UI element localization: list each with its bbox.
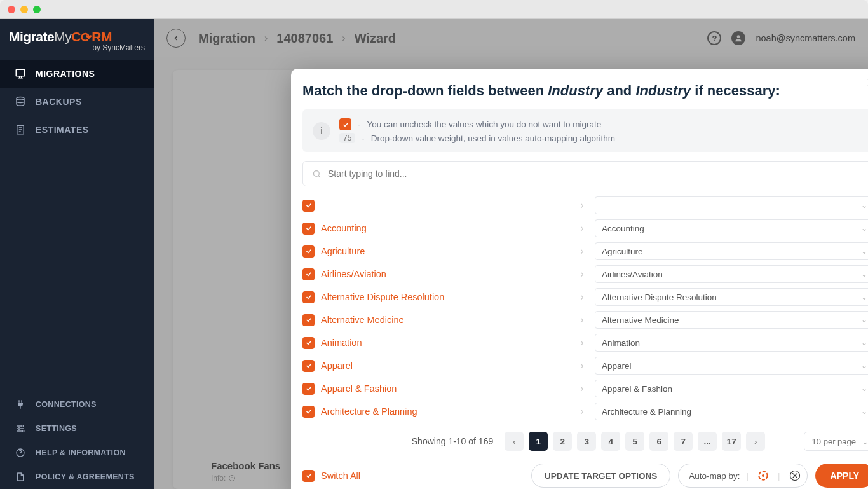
sidebar-label: ESTIMATES [36,125,89,135]
chevron-down-icon: ⌄ [861,315,867,324]
source-value: Animation [321,338,362,348]
dash: - [362,134,365,143]
estimates-icon [14,123,27,136]
target-value: Apparel [602,361,632,371]
chevron-down-icon: ⌄ [861,270,867,279]
sidebar-label: MIGRATIONS [36,69,95,79]
svg-point-16 [762,474,764,477]
target-select[interactable]: Accounting ⌄ [595,219,868,237]
mapping-row: Architecture & Planning › Architecture &… [302,400,868,423]
chevron-right-icon: › [576,291,588,303]
sidebar-item-policy[interactable]: POLICY & AGREEMENTS [0,465,154,489]
chevron-down-icon: ⌄ [861,247,867,256]
chevron-down-icon: ⌄ [861,224,867,233]
svg-point-5 [22,430,24,432]
sidebar-item-settings[interactable]: SETTINGS [0,417,154,441]
example-checkbox [339,118,351,130]
source-value: Architecture & Planning [321,406,417,417]
modal-title: Match the drop-down fields between Indus… [302,69,868,109]
logo-part3: C⟳RM [71,29,112,44]
row-checkbox[interactable] [302,268,315,280]
target-select[interactable]: Architecture & Planning ⌄ [595,403,868,420]
target-select[interactable]: Alternative Dispute Resolution ⌄ [595,288,868,306]
window-min-dot[interactable] [20,6,28,13]
pagination: Showing 1-10 of 169 ‹ 1234567...17 › 10 … [302,432,868,451]
update-target-button[interactable]: UPDATE TARGET OPTIONS [531,464,670,488]
target-select[interactable]: Agriculture ⌄ [595,242,868,260]
logo-part1: Migrate [9,29,54,44]
apply-label: APPLY [831,471,859,481]
weight-badge: 75 [339,133,355,143]
row-checkbox[interactable] [302,245,315,258]
plug-icon [14,398,27,411]
pager-prev[interactable]: ‹ [505,432,524,451]
sidebar-label: HELP & INFORMATION [36,448,126,457]
title-em1: Industry [548,83,603,99]
row-checkbox[interactable] [302,223,315,235]
target-value: Agriculture [602,247,643,256]
automap-trujay-icon[interactable] [755,467,771,484]
sidebar-label: SETTINGS [36,424,77,433]
row-checkbox[interactable] [302,360,315,372]
pager-page-6[interactable]: 6 [649,432,668,451]
sidebar-item-migrations[interactable]: MIGRATIONS [0,60,154,88]
chevron-down-icon: ⌄ [861,407,867,416]
pager-next[interactable]: › [746,432,765,451]
logo: MigrateMyC⟳RM by SyncMatters [0,19,154,60]
pager-page-3[interactable]: 3 [577,432,596,451]
target-select[interactable]: ⌄ [595,196,868,214]
target-select[interactable]: Alternative Medicine ⌄ [595,311,868,329]
row-checkbox[interactable] [302,337,315,349]
target-select[interactable]: Airlines/Aviation ⌄ [595,265,868,283]
dash: - [358,120,361,129]
switch-all[interactable]: Switch All [302,470,360,482]
chevron-right-icon: › [576,337,588,348]
sidebar-item-help[interactable]: HELP & INFORMATION [0,441,154,465]
pager-page-4[interactable]: 4 [601,432,620,451]
source-value: Agriculture [321,246,365,256]
row-checkbox[interactable] [302,200,315,212]
pager-page-2[interactable]: 2 [553,432,572,451]
mapping-row: Airlines/Aviation › Airlines/Aviation ⌄ [302,263,868,286]
row-checkbox[interactable] [302,314,315,326]
target-select[interactable]: Apparel ⌄ [595,357,868,375]
sliders-icon [14,422,27,435]
mapping-row: Alternative Medicine › Alternative Medic… [302,308,868,331]
pager-page-7[interactable]: 7 [674,432,693,451]
window-max-dot[interactable] [33,6,41,13]
target-select[interactable]: Animation ⌄ [595,334,868,352]
target-value: Accounting [602,224,644,233]
logo-sub: by SyncMatters [9,43,145,52]
chevron-right-icon: › [576,383,588,394]
switch-all-checkbox[interactable] [302,470,315,482]
row-checkbox[interactable] [302,406,315,418]
svg-point-1 [17,97,24,100]
row-checkbox[interactable] [302,383,315,395]
automap-openai-icon[interactable] [787,467,803,484]
window-close-dot[interactable] [8,6,15,13]
source-value: Apparel [321,361,353,371]
mapping-row: Apparel › Apparel ⌄ [302,354,868,377]
per-page-select[interactable]: 10 per page [804,432,868,451]
pager-page-17[interactable]: 17 [722,432,741,451]
window-chrome [0,0,868,19]
search-input[interactable] [328,169,865,179]
row-checkbox[interactable] [302,291,315,303]
sidebar-item-estimates[interactable]: ESTIMATES [0,116,154,144]
search-box[interactable] [302,161,868,186]
svg-point-3 [22,425,24,427]
chevron-right-icon: › [576,406,588,417]
sidebar-item-backups[interactable]: BACKUPS [0,88,154,116]
sidebar: MigrateMyC⟳RM by SyncMatters MIGRATIONS … [0,19,154,489]
source-value: Apparel & Fashion [321,383,397,394]
pager-page-5[interactable]: 5 [625,432,644,451]
mapping-row: › ⌄ [302,194,868,217]
title-pre: Match the drop-down fields between [302,83,548,99]
sidebar-item-connections[interactable]: CONNECTIONS [0,392,154,417]
source-value: Alternative Medicine [321,315,404,325]
mapping-row: Alternative Dispute Resolution › Alterna… [302,286,868,308]
chevron-right-icon: › [576,223,588,234]
apply-button[interactable]: APPLY [815,464,868,488]
pager-page-1[interactable]: 1 [529,432,548,451]
target-select[interactable]: Apparel & Fashion ⌄ [595,380,868,397]
